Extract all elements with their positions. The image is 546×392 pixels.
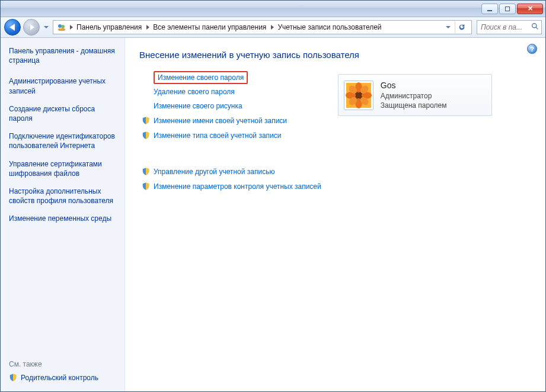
breadcrumb-segment[interactable]: Панель управления <box>74 21 145 34</box>
breadcrumb-bar[interactable]: Панель управления Все элементы панели уп… <box>53 20 472 34</box>
flower-icon <box>344 81 373 110</box>
shield-icon <box>142 116 150 125</box>
shield-icon <box>142 167 150 176</box>
breadcrumb-arrow-icon <box>271 25 274 30</box>
breadcrumb-dropdown[interactable] <box>444 20 452 34</box>
refresh-button[interactable] <box>455 21 468 33</box>
action-change-password[interactable]: Изменение своего пароля <box>154 71 248 84</box>
content-area: Панель управления - домашняя страница Ад… <box>1 38 545 391</box>
close-icon: ✕ <box>528 5 533 12</box>
sidebar-link-env-vars[interactable]: Изменение переменных среды <box>9 214 120 223</box>
forward-button[interactable] <box>23 19 40 36</box>
user-name: Gos <box>381 80 447 91</box>
shield-icon <box>142 182 150 191</box>
breadcrumb-segment[interactable]: Все элементы панели управления <box>151 21 270 34</box>
see-also-label: См. также <box>9 360 120 368</box>
action-list: Изменение своего пароля Удаление своего … <box>142 73 321 197</box>
sidebar-home-link[interactable]: Панель управления - домашняя страница <box>9 46 120 65</box>
chevron-down-icon <box>44 26 49 28</box>
search-input[interactable] <box>480 23 531 32</box>
navigation-toolbar: Панель управления Все элементы панели уп… <box>1 17 545 38</box>
user-accounts-icon <box>57 23 66 32</box>
sidebar-link-profile-props[interactable]: Настройка дополнительных свойств профиля… <box>9 187 120 205</box>
sidebar-link-admin-accounts[interactable]: Администрирование учетных записей <box>9 76 120 95</box>
search-box[interactable] <box>477 20 542 34</box>
sidebar-link-parental-control[interactable]: Родительский контроль <box>9 373 120 387</box>
breadcrumb-arrow-icon <box>70 25 73 30</box>
action-remove-password[interactable]: Удаление своего пароля <box>154 88 321 96</box>
minimize-button[interactable] <box>481 4 498 14</box>
forward-arrow-icon <box>30 24 34 30</box>
user-picture <box>344 81 373 110</box>
svg-line-4 <box>536 27 538 29</box>
chevron-down-icon <box>446 26 451 28</box>
refresh-icon <box>458 23 466 31</box>
page-title: Внесение изменений в учетную запись поль… <box>139 50 532 60</box>
main-panel: ? Внесение изменений в учетную запись по… <box>125 38 545 391</box>
user-role: Администратор <box>381 91 447 101</box>
back-arrow-icon <box>9 24 15 31</box>
breadcrumb-segment[interactable]: Учетные записи пользователей <box>275 21 385 34</box>
search-icon <box>531 23 539 32</box>
svg-point-0 <box>58 24 62 28</box>
sidebar-link-encryption-certs[interactable]: Управление сертификатами шифрования файл… <box>9 159 120 178</box>
sidebar-link-password-reset-disk[interactable]: Создание дискеты сброса пароля <box>9 104 120 123</box>
svg-point-1 <box>61 25 65 28</box>
user-account-card: Gos Администратор Защищена паролем <box>338 74 492 116</box>
shield-icon <box>9 373 17 382</box>
action-manage-other-account[interactable]: Управление другой учетной записью <box>142 167 321 176</box>
sidebar-link-online-ids[interactable]: Подключение идентификаторов пользователе… <box>9 131 120 150</box>
sidebar: Панель управления - домашняя страница Ад… <box>1 38 125 391</box>
control-panel-window: ✕ Панель управления Все элементы панели … <box>0 0 546 392</box>
action-change-picture[interactable]: Изменение своего рисунка <box>154 102 321 110</box>
close-button[interactable]: ✕ <box>517 4 543 14</box>
history-dropdown[interactable] <box>42 20 50 35</box>
back-button[interactable] <box>4 19 21 36</box>
help-button[interactable]: ? <box>527 44 537 54</box>
action-uac-settings[interactable]: Изменение параметров контроля учетных за… <box>142 182 321 191</box>
maximize-button[interactable] <box>499 4 516 14</box>
user-status: Защищена паролем <box>381 101 447 110</box>
svg-rect-2 <box>58 28 65 31</box>
action-change-account-type[interactable]: Изменение типа своей учетной записи <box>142 131 321 140</box>
breadcrumb-arrow-icon <box>146 25 149 30</box>
shield-icon <box>142 131 150 140</box>
svg-point-3 <box>532 24 537 28</box>
window-titlebar: ✕ <box>1 1 545 17</box>
user-info: Gos Администратор Защищена паролем <box>381 80 447 110</box>
action-change-account-name[interactable]: Изменение имени своей учетной записи <box>142 116 321 125</box>
